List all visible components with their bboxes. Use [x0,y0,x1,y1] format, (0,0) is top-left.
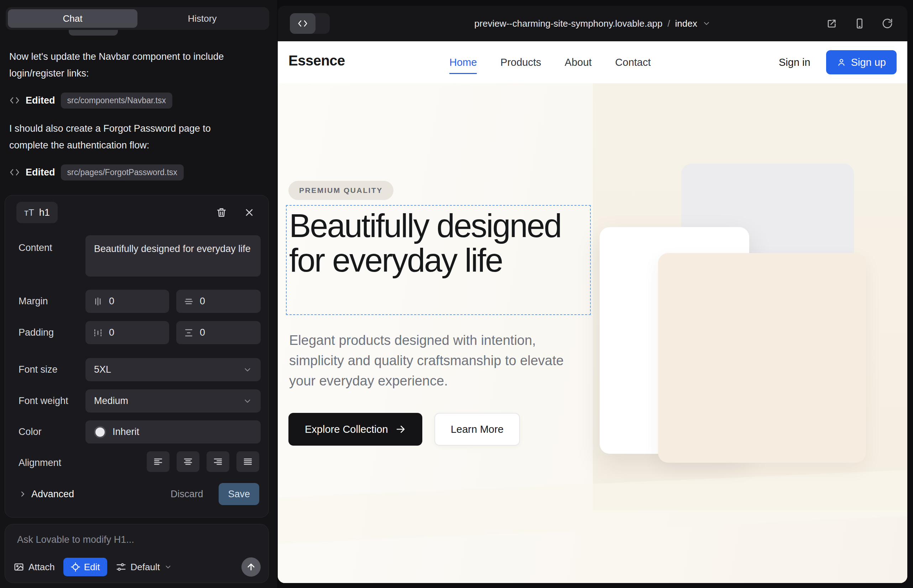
chat-message: I should also create a Forgot Password p… [9,120,240,154]
element-editor-panel: тT h1 Content Beautifully designed for e… [5,195,269,517]
element-tag-badge: тT h1 [16,202,58,223]
margin-y-value: 0 [200,296,205,307]
chevron-down-icon [243,396,252,406]
padding-y-input[interactable]: 0 [176,321,261,344]
chevron-down-icon [702,19,711,28]
code-icon [9,167,20,178]
explore-collection-button[interactable]: Explore Collection [288,413,423,446]
align-right-button[interactable] [207,451,229,472]
padding-horizontal-icon [92,328,103,338]
font-size-label: Font size [18,364,58,375]
element-tag-name: h1 [39,207,50,218]
device-preview-button[interactable] [852,16,868,31]
edited-label: Edited [26,167,55,178]
file-badge[interactable]: src/components/Navbar.tsx [61,92,172,108]
nav-link-about[interactable]: About [565,57,592,68]
editor-header: тT h1 [5,195,269,229]
model-select[interactable]: Default [116,562,172,573]
padding-vertical-icon [183,328,194,338]
app-root: Chat History Now let's update the Navbar… [0,0,913,588]
chat-sidebar: Chat History Now let's update the Navbar… [0,0,277,588]
hero-cta-row: Explore Collection Learn More [288,413,520,446]
chevron-down-icon [164,563,172,571]
image-icon [13,562,24,572]
learn-more-button[interactable]: Learn More [434,413,520,446]
open-in-new-tab-button[interactable] [824,16,840,31]
site-nav-actions: Sign in Sign up [779,41,897,83]
content-input[interactable]: Beautifully designed for everyday life [86,235,261,276]
url-display[interactable]: preview--charming-site-symphony.lovable.… [474,18,711,29]
crosshair-icon [71,562,81,572]
code-icon [290,13,316,34]
code-view-toggle[interactable] [290,13,330,34]
discard-button[interactable]: Discard [170,489,203,500]
font-size-value: 5XL [94,364,111,375]
chat-input[interactable] [17,534,252,545]
url-separator: / [668,18,670,29]
edited-label: Edited [26,95,55,106]
edit-label: Edit [84,562,100,573]
editor-footer: Advanced Discard Save [5,481,269,507]
font-weight-select[interactable]: Medium [86,389,261,412]
attach-button[interactable]: Attach [13,562,55,573]
tab-chat[interactable]: Chat [8,9,138,28]
close-editor-button[interactable] [241,205,257,220]
margin-x-input[interactable]: 0 [86,290,169,313]
color-select[interactable]: Inherit [86,420,261,444]
browser-actions [824,16,895,31]
color-swatch-icon [94,426,106,438]
advanced-label: Advanced [31,489,74,500]
send-button[interactable] [241,557,261,577]
padding-x-input[interactable]: 0 [86,321,169,344]
site-logo[interactable]: Essence [288,53,345,69]
edit-mode-button[interactable]: Edit [63,558,107,576]
quality-badge: PREMIUM QUALITY [288,181,393,200]
url-domain: preview--charming-site-symphony.lovable.… [474,18,662,29]
tab-history[interactable]: History [138,9,267,28]
clipped-badge [69,30,118,36]
align-left-button[interactable] [147,451,170,472]
page-select[interactable]: index [675,18,697,29]
edited-file-row: Edited src/components/Navbar.tsx [9,92,172,109]
content-label: Content [18,242,52,254]
hero-section: PREMIUM QUALITY Beautifully designed for… [278,83,907,583]
color-value: Inherit [113,426,139,438]
advanced-toggle[interactable]: Advanced [18,489,74,500]
margin-vertical-icon [183,296,194,307]
code-icon [9,95,20,106]
padding-y-value: 0 [200,327,205,338]
save-button[interactable]: Save [219,483,259,505]
decor-diagonal-band [278,469,907,544]
browser-toolbar: preview--charming-site-symphony.lovable.… [278,6,907,41]
edited-file-row: Edited src/pages/ForgotPassword.tsx [9,164,184,181]
site-nav-links: Home Products About Contact [449,41,651,83]
margin-horizontal-icon [92,296,103,307]
sidebar-tabs: Chat History [6,7,269,30]
refresh-button[interactable] [879,16,895,31]
margin-y-input[interactable]: 0 [176,290,261,313]
decor-card-cream [658,253,866,463]
preview-browser: preview--charming-site-symphony.lovable.… [278,6,907,583]
model-label: Default [131,562,160,573]
user-icon [837,58,846,67]
composer-toolbar: Attach Edit Default [13,557,261,577]
file-badge[interactable]: src/pages/ForgotPassword.tsx [61,165,184,181]
sign-in-link[interactable]: Sign in [779,57,811,68]
nav-link-home[interactable]: Home [449,57,477,68]
arrow-right-icon [395,424,406,435]
hero-heading[interactable]: Beautifully designed for everyday life [289,208,588,278]
chevron-right-icon [18,490,27,498]
hero-description: Elegant products designed with intention… [289,330,578,391]
align-center-button[interactable] [176,451,199,472]
font-size-select[interactable]: 5XL [86,358,261,381]
alignment-label: Alignment [18,457,61,468]
nav-link-contact[interactable]: Contact [615,57,651,68]
padding-x-value: 0 [109,327,114,338]
chevron-down-icon [243,365,252,375]
delete-element-button[interactable] [214,205,229,220]
site-preview: Essence Home Products About Contact Sign… [278,41,907,583]
align-justify-button[interactable] [236,451,259,472]
sign-up-button[interactable]: Sign up [826,50,897,74]
font-weight-value: Medium [94,396,128,407]
nav-link-products[interactable]: Products [500,57,541,68]
